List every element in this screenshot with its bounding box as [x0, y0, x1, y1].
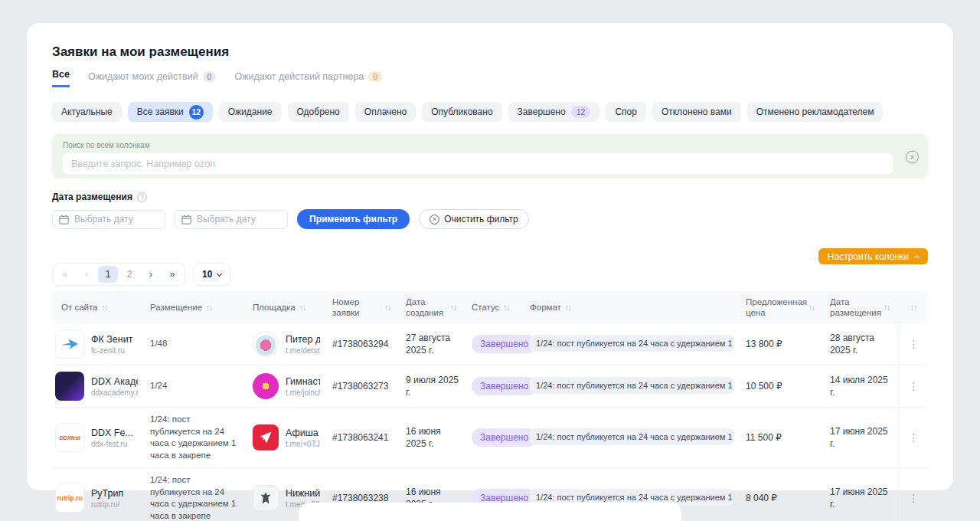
- search-input[interactable]: [63, 153, 893, 174]
- sort-icon[interactable]: ↑↓: [384, 303, 390, 312]
- configure-columns-button[interactable]: Настроить колонки: [818, 248, 928, 264]
- calendar-icon: [181, 215, 191, 224]
- sort-icon[interactable]: ↑↓: [102, 303, 108, 312]
- filter-chip[interactable]: Опубликовано: [422, 102, 501, 122]
- filter-chip[interactable]: Одобрено: [288, 102, 349, 122]
- date-from-field[interactable]: [52, 210, 165, 229]
- filter-chip[interactable]: Все заявки12: [128, 102, 213, 122]
- offered-price: 8 040 ₽: [746, 493, 777, 503]
- kebab-menu-icon[interactable]: ⋮: [908, 431, 919, 444]
- placement-date: 14 июля 2025 г.: [830, 374, 893, 398]
- created-date: 27 августа 2025 г.: [406, 332, 459, 356]
- chevron-up-icon: [914, 254, 920, 260]
- filter-chip[interactable]: Оплачено: [355, 102, 416, 122]
- site-name: DDX Академия: [91, 376, 138, 387]
- sort-icon[interactable]: ↑↓: [884, 303, 890, 312]
- sort-icon[interactable]: ↑↓: [206, 303, 212, 312]
- kebab-menu-icon[interactable]: ⋮: [908, 492, 919, 504]
- kebab-menu-icon[interactable]: ⋮: [908, 338, 919, 350]
- page-2[interactable]: 2: [119, 266, 139, 283]
- filter-chip[interactable]: Ожидание: [219, 102, 282, 122]
- date-filter-row: Применить фильтр × Очистить фильтр: [52, 209, 928, 229]
- sort-icon[interactable]: ↑↓: [450, 303, 456, 312]
- table-toolbar: Настроить колонки « ‹ 1 2 › » 10: [52, 248, 928, 286]
- search-panel: Поиск по всем колонкам ×: [52, 134, 928, 179]
- tab-all[interactable]: Все: [52, 69, 70, 87]
- col-request-number: Номер заявки: [332, 297, 369, 319]
- col-from-site: От сайта: [61, 303, 98, 312]
- format-badge: 1/24: пост публикуется на 24 часа с удер…: [530, 335, 733, 352]
- platform-avatar: [253, 424, 279, 451]
- format-badge: 1/24: пост публикуется на 24 часа с удер…: [530, 428, 733, 445]
- chip-badge: 12: [571, 106, 591, 118]
- table-row[interactable]: ФК Зенит fc-zenit.ru 1/48 Питер для ... …: [52, 323, 928, 365]
- created-date: 9 июля 2025 г.: [406, 374, 459, 398]
- table-body: ФК Зенит fc-zenit.ru 1/48 Питер для ... …: [52, 323, 928, 521]
- platform-name: Нижний Н...: [286, 488, 320, 499]
- date-filter-header: Дата размещения ?: [52, 192, 928, 202]
- request-number: #1738063238: [332, 493, 388, 503]
- date-filter-label: Дата размещения: [52, 192, 132, 202]
- filter-chip[interactable]: Актуальные: [52, 102, 122, 122]
- platform-avatar: [253, 373, 279, 399]
- tab-badge: 0: [368, 71, 382, 83]
- request-number: #1738063294: [332, 339, 388, 349]
- search-label: Поиск по всем колонкам: [63, 141, 917, 149]
- platform-url: t.me/joinchat/L2...: [286, 388, 320, 397]
- date-from-input[interactable]: [74, 214, 158, 224]
- offered-price: 13 800 ₽: [746, 339, 782, 349]
- sort-icon[interactable]: ↑↓: [299, 303, 305, 312]
- clear-filter-button[interactable]: × Очистить фильтр: [419, 209, 529, 229]
- calendar-icon: [59, 215, 69, 224]
- kebab-menu-icon[interactable]: ⋮: [908, 380, 919, 392]
- status-badge: Завершено: [472, 377, 537, 395]
- pagination-prev[interactable]: ‹: [77, 266, 96, 283]
- table-row[interactable]: DDXfest DDX Fe... ddx-fest.ru 1/24: пост…: [52, 408, 928, 468]
- filter-chip[interactable]: Спор: [606, 102, 646, 122]
- col-created-date: Дата создания: [406, 297, 447, 319]
- col-status: Статус: [472, 303, 499, 312]
- date-to-input[interactable]: [197, 214, 281, 224]
- site-url: fc-zenit.ru: [91, 346, 132, 355]
- sort-icon[interactable]: ↑↓: [503, 303, 509, 312]
- apply-filter-button[interactable]: Применить фильтр: [297, 209, 410, 229]
- placement-date: 17 июня 2025 г.: [830, 486, 893, 510]
- filter-chip[interactable]: Отменено рекламодателем: [747, 102, 884, 122]
- pagination-last[interactable]: »: [162, 266, 182, 283]
- table-row[interactable]: DDX Академия ddxacademy.ru/ 1/24 Гимнаст…: [52, 365, 928, 408]
- offered-price: 10 500 ₽: [746, 381, 782, 392]
- created-date: 16 июня 2025 г.: [406, 425, 459, 450]
- request-number: #1738063273: [332, 381, 388, 392]
- table-header-row: От сайта↑↓ Размещение↑↓ Площадка↑↓ Номер…: [52, 291, 928, 323]
- pagination-next[interactable]: ›: [141, 266, 161, 283]
- site-logo: [55, 372, 84, 401]
- info-icon[interactable]: ?: [137, 192, 147, 202]
- date-to-field[interactable]: [175, 210, 288, 229]
- chevron-down-icon: [217, 270, 222, 276]
- search-clear-icon[interactable]: ×: [906, 149, 919, 164]
- placement-info: 1/24: пост публикуется на 24 часа с удер…: [150, 474, 240, 521]
- column-sort-settings-icon[interactable]: ↓↑: [910, 303, 917, 312]
- col-offered-price: Предложенная цена: [746, 297, 805, 319]
- filter-chip[interactable]: Отклонено вами: [652, 102, 741, 122]
- placement-info: 1/48: [150, 338, 240, 350]
- pagination-first[interactable]: «: [55, 266, 75, 283]
- sort-icon[interactable]: ↑↓: [565, 303, 571, 312]
- site-url: ddx-fest.ru: [91, 440, 133, 448]
- site-name: ФК Зенит: [91, 334, 132, 345]
- next-section-peek: [299, 503, 681, 521]
- tab-awaiting-partner-actions[interactable]: Ожидают действий партнера 0: [234, 71, 382, 88]
- sort-icon[interactable]: ↑↓: [808, 303, 815, 312]
- status-filter-chips: АктуальныеВсе заявки12ОжиданиеОдобреноОп…: [52, 102, 928, 122]
- pagination-group: « ‹ 1 2 › »: [52, 263, 185, 286]
- site-url: rutrip.ru/: [91, 500, 123, 509]
- col-format: Формат: [530, 303, 561, 312]
- page-1[interactable]: 1: [98, 266, 118, 283]
- filter-chip[interactable]: Завершено12: [508, 102, 600, 122]
- platform-name: Питер для ...: [286, 334, 320, 345]
- page-title: Заявки на мои размещения: [52, 44, 928, 60]
- page-size-select[interactable]: 10: [193, 263, 230, 286]
- pagination: « ‹ 1 2 › » 10: [52, 263, 230, 286]
- tab-awaiting-my-actions[interactable]: Ожидают моих действий 0: [88, 71, 217, 88]
- placement-info: 1/24: [150, 380, 240, 392]
